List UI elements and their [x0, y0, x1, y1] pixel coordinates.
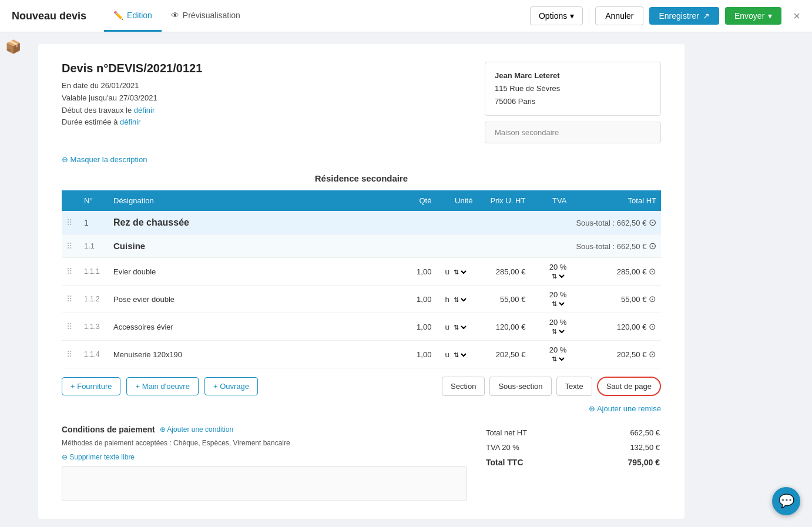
item-num: 1.1.3 [79, 313, 109, 341]
subsection-name: Cuisine [109, 234, 395, 258]
drag-handle[interactable]: ⠿ [62, 234, 79, 258]
drag-handle[interactable]: ⠿ [62, 341, 79, 368]
tva-select[interactable]: ⇅ [549, 300, 566, 308]
eye-icon: 👁 [171, 11, 179, 20]
item-name: Menuiserie 120x190 [109, 341, 395, 368]
totals: Total net HT 662,50 € TVA 20 % 132,50 € … [485, 425, 661, 501]
section-subtotal: Sous-total : 662,50 € ⊙ [571, 211, 661, 234]
debut-travaux-link[interactable]: définir [134, 106, 155, 115]
tab-edition-label: Edition [127, 11, 152, 20]
client-box: Jean Marc Leteret 115 Rue de Sèvres 7500… [485, 62, 661, 116]
item-num: 1.1.4 [79, 341, 109, 368]
client-name: Jean Marc Leteret [495, 69, 651, 82]
item-tva: 20 % ⇅ [530, 286, 571, 313]
envoyer-label: Envoyer [734, 11, 764, 21]
add-main-oeuvre-button[interactable]: + Main d'oeuvre [126, 377, 198, 395]
item-chevron-button[interactable]: ⊙ [649, 321, 656, 332]
residence-title: Résidence secondaire [62, 173, 661, 183]
save-arrow-icon: ↗ [703, 11, 710, 21]
options-button[interactable]: Options ▾ [530, 6, 583, 25]
item-name: Evier double [109, 258, 395, 286]
item-num: 1.1.2 [79, 286, 109, 313]
tab-previsualisation-label: Prévisualisation [183, 11, 240, 20]
item-qty: 1,00 [395, 313, 436, 341]
text-libre-area[interactable] [62, 466, 467, 501]
total-ht-value: 662,50 € [584, 426, 660, 439]
item-chevron-button[interactable]: ⊙ [649, 294, 656, 304]
add-ouvrage-button[interactable]: + Ouvrage [204, 377, 258, 395]
annuler-button[interactable]: Annuler [595, 6, 643, 25]
saut-page-button[interactable]: Saut de page [597, 377, 661, 396]
duree-link[interactable]: définir [120, 118, 140, 126]
table-header-row: N° Désignation Qté Unité Prix U. HT TVA … [62, 190, 661, 211]
table-row: ⠿ 1.1.2 Pose evier double 1,00 h ⇅ 55,00… [62, 286, 661, 313]
unit-select[interactable]: ⇅ [451, 351, 468, 359]
supp-texte-link[interactable]: ⊖ Supprimer texte libre [62, 453, 135, 461]
subsection-empty-qty [395, 234, 436, 258]
separator [589, 7, 589, 25]
chevron-down-icon: ▾ [570, 11, 574, 21]
sous-section-button[interactable]: Sous-section [489, 377, 551, 396]
description-toggle[interactable]: ⊖ Masquer la description [62, 155, 661, 164]
doc-debut: Début des travaux le définir [62, 105, 202, 117]
enregistrer-button[interactable]: Enregistrer ↗ [649, 7, 719, 25]
tva-select[interactable]: ⇅ [549, 327, 566, 335]
item-tva: 20 % ⇅ [530, 313, 571, 341]
tab-edition[interactable]: ✏️ Edition [104, 0, 162, 32]
unit-select[interactable]: ⇅ [451, 296, 468, 304]
conditions-title: Conditions de paiement ⊕ Ajouter une con… [62, 425, 467, 434]
section-empty-tva [530, 211, 571, 234]
tab-previsualisation[interactable]: 👁 Prévisualisation [162, 0, 250, 32]
th-tva: TVA [530, 190, 571, 211]
table-row: ⠿ 1.1.4 Menuiserie 120x190 1,00 u ⇅ 202,… [62, 341, 661, 368]
collapse-section-button[interactable]: ⊙ [649, 217, 656, 228]
tva-row: TVA 20 % 132,50 € [486, 441, 660, 454]
drag-handle[interactable]: ⠿ [62, 211, 79, 234]
envoyer-button[interactable]: Envoyer ▾ [725, 7, 781, 25]
section-button[interactable]: Section [442, 377, 485, 396]
box-icon: 📦 [5, 39, 21, 55]
item-chevron-button[interactable]: ⊙ [649, 349, 656, 360]
item-name: Pose evier double [109, 286, 395, 313]
th-num: N° [79, 190, 109, 211]
tva-select[interactable]: ⇅ [549, 355, 566, 363]
secondary-label: Maison secondaire [495, 128, 559, 137]
item-tva: 20 % ⇅ [530, 341, 571, 368]
subsection-subtotal: Sous-total : 662,50 € ⊙ [571, 234, 661, 258]
bottom-section: Conditions de paiement ⊕ Ajouter une con… [62, 425, 661, 501]
add-condition-link[interactable]: ⊕ Ajouter une condition [160, 425, 233, 434]
enregistrer-label: Enregistrer [659, 11, 699, 21]
unit-select[interactable]: ⇅ [451, 268, 468, 276]
item-tva: 20 % ⇅ [530, 258, 571, 286]
drag-handle[interactable]: ⠿ [62, 286, 79, 313]
chat-icon: 💬 [779, 494, 794, 509]
th-prix: Prix U. HT [477, 190, 530, 211]
client-address2: 75006 Paris [495, 95, 651, 108]
doc-date: En date du 26/01/2021 [62, 80, 202, 92]
th-qty: Qté [395, 190, 436, 211]
item-price: 55,00 € [477, 286, 530, 313]
edition-icon: ✏️ [113, 11, 123, 20]
tva-select[interactable]: ⇅ [549, 272, 566, 280]
add-fourniture-button[interactable]: + Fourniture [62, 377, 120, 395]
item-chevron-button[interactable]: ⊙ [649, 266, 656, 277]
unit-select[interactable]: ⇅ [451, 323, 468, 331]
secondary-box: Maison secondaire [485, 122, 661, 143]
total-ttc-row: Total TTC 795,00 € [486, 455, 660, 469]
texte-button[interactable]: Texte [556, 377, 592, 396]
table-row: ⠿ 1 Rez de chaussée Sous-total : 662,50 … [62, 211, 661, 234]
chat-button[interactable]: 💬 [772, 487, 800, 515]
client-address1: 115 Rue de Sèvres [495, 82, 651, 95]
collapse-subsection-button[interactable]: ⊙ [649, 240, 656, 251]
th-total: Total HT [571, 190, 661, 211]
add-remise[interactable]: ⊕ Ajouter une remise [62, 404, 661, 413]
drag-handle[interactable]: ⠿ [62, 258, 79, 286]
header-actions: Options ▾ Annuler Enregistrer ↗ Envoyer … [530, 6, 800, 25]
close-button[interactable]: × [793, 9, 800, 23]
drag-handle[interactable]: ⠿ [62, 313, 79, 341]
item-unit: u ⇅ [436, 341, 477, 368]
table-row: ⠿ 1.1.1 Evier double 1,00 u ⇅ 285,00 € 2… [62, 258, 661, 286]
ttc-value: 795,00 € [584, 455, 660, 469]
table-row: ⠿ 1.1 Cuisine Sous-total : 662,50 € ⊙ [62, 234, 661, 258]
subsection-empty-tva [530, 234, 571, 258]
